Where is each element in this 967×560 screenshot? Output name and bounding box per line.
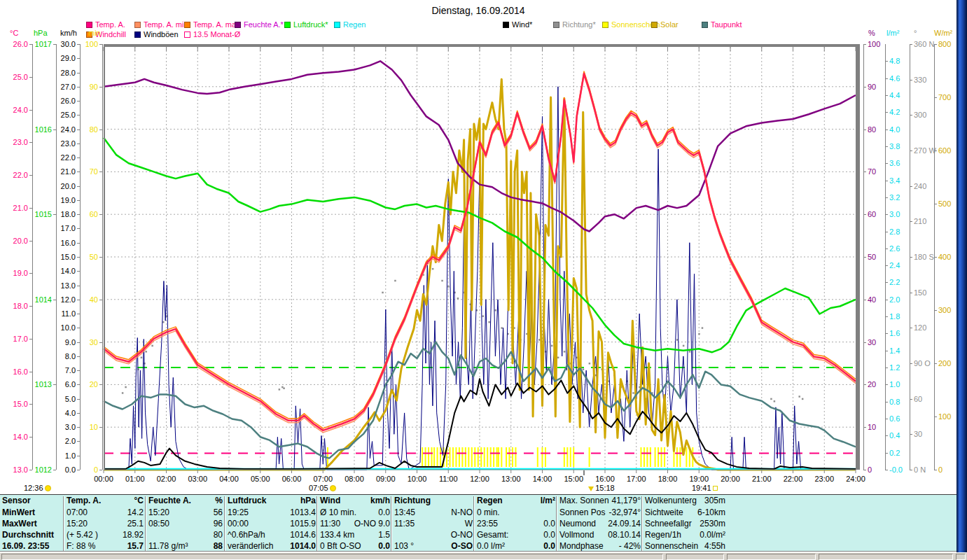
wind-axis-tick: [77, 370, 80, 371]
time-label: 06:00: [277, 475, 307, 483]
temp-axis-tick: [29, 241, 32, 241]
temp-axis-tick: [29, 306, 32, 307]
humidity-axis-tick: [863, 44, 866, 45]
humidity-axis-tick: [863, 172, 866, 172]
wind-direction-dot: [538, 339, 541, 341]
rain-axis-tick-label: 0.8: [889, 398, 900, 406]
sunshine-bar: [474, 447, 475, 467]
rain-axis-tick-label: -0.0: [889, 466, 903, 474]
time-label: 18:00: [653, 475, 683, 483]
table-cell: Sonnenschein: [645, 540, 698, 552]
table-cell: 6-10km: [697, 507, 725, 518]
rain-axis-tick: [885, 248, 888, 249]
wind-direction-dot: [488, 321, 490, 323]
table-cell: O-NO: [451, 529, 473, 540]
temp-axis-tick-label: 20.0: [0, 237, 28, 245]
solar-axis-tick: [934, 257, 937, 258]
sunshine-bar: [506, 447, 507, 467]
solar-axis-tick-label: 500: [938, 200, 951, 208]
sensor-summary-table: SensorMinWertMaxWertDurchschnitt16.09. 2…: [0, 494, 956, 552]
direction-axis-tick: [910, 221, 912, 222]
time-label: 22:00: [778, 475, 809, 483]
solar-axis-tick: [934, 416, 937, 417]
table-cell: Max. Sonnen: [559, 495, 609, 507]
sunshine-bar: [679, 447, 681, 467]
rain-axis-tick-label: 3.6: [889, 160, 900, 167]
table-cell: 15.7: [127, 540, 144, 552]
rain-axis-tick: [885, 282, 888, 283]
time-label: 20:00: [715, 475, 746, 483]
weather-app-window: Dienstag, 16.09.2014 Temp. A.Temp. A. mi…: [0, 0, 967, 560]
direction-axis-tick-label: 330: [914, 76, 926, 84]
sunshine-bar: [512, 447, 513, 467]
wind-direction-dot: [683, 345, 685, 347]
rain-axis-tick: [885, 146, 888, 147]
table-cell: MaxWert: [2, 518, 37, 529]
axis-unit-label: hPa: [34, 29, 48, 37]
marker-07-05: 07:05: [309, 484, 336, 492]
table-cell: 11.78 g/m³: [148, 540, 188, 552]
table-cell: 13:45: [394, 507, 415, 518]
rain-axis-tick-label: 1.2: [889, 364, 900, 372]
rain-axis-tick: [885, 130, 888, 130]
wind-axis-tick: [77, 314, 80, 314]
table-cell: 0.0: [378, 540, 390, 552]
wind-direction-dot: [432, 268, 434, 270]
table-cell: °C: [134, 495, 144, 507]
legend-swatch-icon: [702, 22, 708, 28]
wind-axis-tick-label: 11.0: [48, 310, 76, 318]
time-label: 24:00: [840, 475, 871, 483]
solar-axis-tick: [934, 363, 937, 364]
table-cell: 0.0: [378, 507, 390, 518]
rain-axis-tick-label: 0.4: [889, 432, 900, 440]
table-cell: 0.0: [543, 518, 555, 529]
wind-axis-tick-label: 1.0: [48, 452, 76, 460]
sunmin-axis-tick: [99, 214, 102, 215]
wind-direction-dot: [564, 351, 566, 353]
rain-axis-tick: [885, 402, 888, 402]
table-column-separator: [641, 496, 643, 551]
table-cell: 0.0: [543, 529, 555, 540]
time-label: 15:00: [558, 475, 589, 483]
solar-axis-tick-label: 400: [938, 253, 951, 261]
table-cell: km/h: [370, 495, 390, 507]
time-label: 10:00: [402, 475, 433, 483]
solar-axis-tick: [934, 150, 937, 151]
wind-axis-tick-label: 23.0: [48, 140, 76, 148]
legend-swatch-icon: [184, 22, 190, 28]
wind-direction-dot: [632, 392, 634, 394]
direction-axis-tick-label: 0 N: [914, 466, 926, 474]
sunshine-bar: [676, 447, 678, 467]
direction-axis-tick-label: 60: [914, 396, 922, 403]
legend-item-luftdruck-: Luftdruck*: [284, 21, 328, 29]
wind-direction-dot: [447, 286, 450, 288]
table-cell: 4:55h: [704, 540, 725, 552]
table-cell: 80: [214, 529, 223, 540]
legend-item-windb-en: Windböen: [134, 31, 179, 38]
wind-axis-tick-label: 22.0: [48, 154, 76, 162]
humidity-axis-tick-label: 30: [868, 339, 876, 346]
table-column-luftdruck: LuftdruckhPa19:251013.400:001015.9^0.6hP…: [228, 495, 316, 551]
rain-axis-line: [885, 44, 886, 470]
rain-axis-tick: [885, 112, 888, 113]
direction-axis-tick-label: 120: [914, 324, 926, 332]
rain-axis-tick: [885, 435, 888, 436]
table-column-temp: Temp. A.°C07:0014.215:2025.1(+ 5.42 )18.…: [67, 495, 144, 551]
time-label: 16:00: [590, 475, 620, 483]
marker-19-41: 19:41: [692, 484, 718, 492]
legend-item-temp-a-: Temp. A.: [86, 21, 125, 29]
humidity-axis-tick: [863, 470, 866, 470]
temp-axis-tick: [29, 110, 32, 111]
wind-axis-tick: [77, 413, 80, 414]
table-cell: 96: [214, 518, 223, 529]
wind-direction-dot: [501, 327, 503, 329]
table-cell: Ø 10 min.: [320, 507, 356, 518]
time-label: 21:00: [746, 475, 777, 483]
table-cell: 1014.0: [290, 540, 316, 552]
sunshine-bar: [501, 447, 502, 467]
wind-axis-tick: [77, 356, 80, 357]
sunshine-bar: [478, 447, 479, 467]
wind-direction-dot: [698, 333, 700, 335]
table-cell: Richtung: [394, 495, 431, 507]
humidity-axis-tick: [863, 214, 866, 215]
